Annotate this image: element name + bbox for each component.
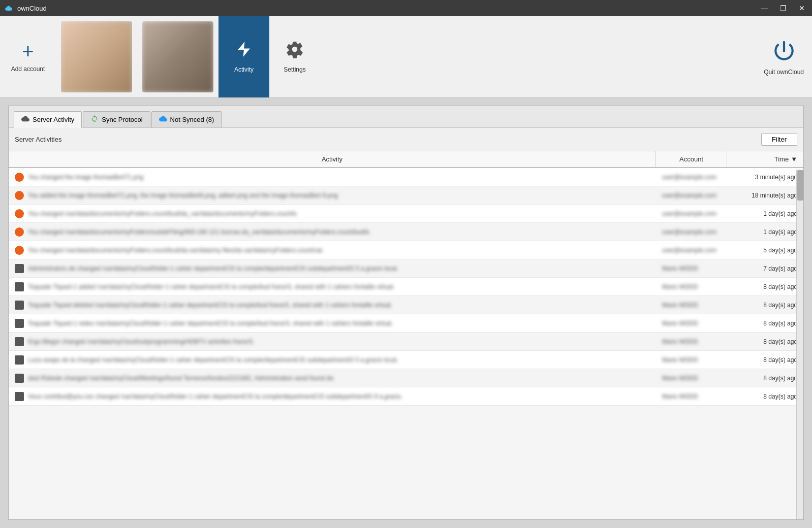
table-row[interactable]: You changed the image thomasBert71.png u… — [9, 168, 803, 186]
td-time-11: 8 day(s) ago — [727, 372, 803, 385]
td-time-8: 8 day(s) ago — [727, 317, 803, 330]
table-row[interactable]: Toquade Tiqued-1 redes /var/data/myCloud… — [9, 314, 803, 333]
avatar-blur-1 — [61, 21, 132, 92]
table-row[interactable]: You changed /var/data/documents/myFolder… — [9, 241, 803, 259]
td-account-3: user@example.com — [656, 225, 727, 239]
table-row[interactable]: Luca swaps de la changed /var/data/myClo… — [9, 351, 803, 369]
sort-icon: ▼ — [791, 155, 797, 163]
scrollbar-track[interactable] — [796, 170, 803, 519]
activity-label: Activity — [234, 66, 254, 73]
td-time-0: 3 minute(s) ago — [727, 171, 803, 184]
td-account-11: Mario WDDD — [656, 372, 727, 385]
activity-row-icon-8 — [15, 319, 24, 328]
restore-button[interactable]: ❐ — [777, 3, 790, 13]
tab-server-activity-label: Server Activity — [33, 116, 74, 123]
quit-button[interactable]: Quit ownCloud — [764, 38, 804, 76]
minimize-button[interactable]: — — [758, 3, 771, 13]
activity-table: Activity Account Time ▼ You changed the … — [9, 151, 803, 519]
scrollbar-thumb[interactable] — [797, 170, 803, 201]
table-body: You changed the image thomasBert71.png u… — [9, 168, 803, 518]
table-row[interactable]: Ergo Blegor changed /var/data/myCloud/su… — [9, 333, 803, 351]
table-row[interactable]: Toquade Tiqued-1 added /var/data/myCloud… — [9, 278, 803, 296]
account-item-2[interactable] — [137, 16, 218, 97]
gear-icon — [286, 40, 304, 63]
table-row[interactable]: You changed /var/data/documents/myFolder… — [9, 223, 803, 241]
svg-marker-4 — [238, 42, 250, 57]
svg-rect-3 — [6, 8, 12, 11]
td-activity-8: Toquade Tiqued-1 redes /var/data/myCloud… — [9, 316, 656, 331]
tab-not-synced-label: Not Synced (8) — [170, 116, 214, 123]
activity-row-icon-12 — [15, 392, 24, 401]
td-time-10: 8 day(s) ago — [727, 353, 803, 367]
table-row[interactable]: dest Robsde changed /var/data/myCloud/Me… — [9, 369, 803, 387]
activity-row-icon-7 — [15, 301, 24, 310]
th-account: Account — [656, 151, 727, 167]
td-activity-10: Luca swaps de la changed /var/data/myClo… — [9, 352, 656, 368]
activity-text-7: Toquade Tiqued deleted /var/data/myCloud… — [28, 302, 392, 309]
activity-tab-button[interactable]: Activity — [218, 16, 269, 97]
settings-button[interactable]: Settings — [269, 16, 320, 97]
td-activity-9: Ergo Blegor changed /var/data/myCloud/su… — [9, 334, 656, 349]
td-activity-6: Toquade Tiqued-1 added /var/data/myCloud… — [9, 279, 656, 294]
tab-sync-protocol[interactable]: Sync Protocol — [83, 111, 150, 127]
td-time-9: 8 day(s) ago — [727, 335, 803, 348]
activity-row-icon-0 — [15, 173, 24, 182]
activity-text-9: Ergo Blegor changed /var/data/myCloud/su… — [28, 338, 255, 345]
toolbar: + Add account Activity Settings — [0, 16, 812, 97]
td-activity-12: Vous contribut@you.cov changed /var/data… — [9, 389, 656, 404]
td-account-2: user@example.com — [656, 207, 727, 220]
td-account-12: Mario WDDD — [656, 390, 727, 403]
avatar-1 — [61, 21, 132, 92]
activity-row-icon-1 — [15, 191, 24, 200]
activity-text-1: You added the image thomasBert71.png, th… — [28, 192, 338, 199]
quit-label: Quit ownCloud — [764, 69, 804, 76]
td-account-0: user@example.com — [656, 171, 727, 184]
td-time-1: 18 minute(s) ago — [727, 189, 803, 202]
table-row[interactable]: You changed /var/data/documents/myFolder… — [9, 205, 803, 223]
th-activity: Activity — [9, 151, 656, 167]
activity-row-icon-11 — [15, 374, 24, 383]
table-row[interactable]: Toquade Tiqued deleted /var/data/myCloud… — [9, 296, 803, 314]
title-bar-controls: — ❐ ✕ — [758, 3, 808, 13]
close-button[interactable]: ✕ — [796, 3, 808, 13]
td-time-12: 8 day(s) ago — [727, 390, 803, 403]
server-activity-tab-icon — [21, 115, 29, 124]
td-account-5: Mario WDDD — [656, 262, 727, 275]
title-bar-left: ownCloud — [4, 4, 47, 13]
activity-text-11: dest Robsde changed /var/data/myCloud/Me… — [28, 375, 335, 382]
td-activity-11: dest Robsde changed /var/data/myCloud/Me… — [9, 371, 656, 386]
activity-text-6: Toquade Tiqued-1 added /var/data/myCloud… — [28, 283, 395, 290]
add-account-label: Add account — [11, 65, 45, 73]
table-row[interactable]: Administrators de changed /var/data/myCl… — [9, 259, 803, 278]
sync-protocol-tab-icon — [90, 115, 99, 124]
table-row[interactable]: Vous contribut@you.cov changed /var/data… — [9, 387, 803, 406]
td-account-10: Mario WDDD — [656, 353, 727, 367]
activity-text-2: You changed /var/data/documents/myFolder… — [28, 210, 298, 217]
td-activity-0: You changed the image thomasBert71.png — [9, 170, 656, 185]
panel-header: Server Activities Filter — [9, 128, 803, 151]
activity-text-0: You changed the image thomasBert71.png — [28, 174, 143, 181]
tab-not-synced[interactable]: Not Synced (8) — [151, 111, 222, 127]
activity-row-icon-10 — [15, 355, 24, 365]
add-icon: + — [22, 41, 34, 61]
td-time-6: 8 day(s) ago — [727, 280, 803, 293]
th-time: Time ▼ — [727, 151, 803, 167]
filter-button[interactable]: Filter — [761, 133, 797, 146]
td-activity-3: You changed /var/data/documents/myFolder… — [9, 224, 656, 240]
app-title: ownCloud — [17, 5, 47, 12]
activity-row-icon-4 — [15, 246, 24, 255]
account-item-1[interactable] — [56, 16, 137, 97]
title-bar: ownCloud — ❐ ✕ — [0, 0, 812, 16]
td-account-7: Mario WDDD — [656, 299, 727, 312]
td-time-4: 5 day(s) ago — [727, 244, 803, 257]
add-account-button[interactable]: + Add account — [0, 16, 56, 97]
td-account-9: Mario WDDD — [656, 335, 727, 348]
td-time-3: 1 day(s) ago — [727, 225, 803, 239]
td-account-8: Mario WDDD — [656, 317, 727, 330]
table-row[interactable]: You added the image thomasBert71.png, th… — [9, 186, 803, 205]
tab-server-activity[interactable]: Server Activity — [14, 111, 82, 128]
tabs-bar: Server Activity Sync Protocol Not Synced… — [9, 106, 803, 128]
main-content: Server Activity Sync Protocol Not Synced… — [0, 97, 812, 528]
table-header: Activity Account Time ▼ — [9, 151, 803, 168]
td-activity-4: You changed /var/data/documents/myFolder… — [9, 243, 656, 258]
